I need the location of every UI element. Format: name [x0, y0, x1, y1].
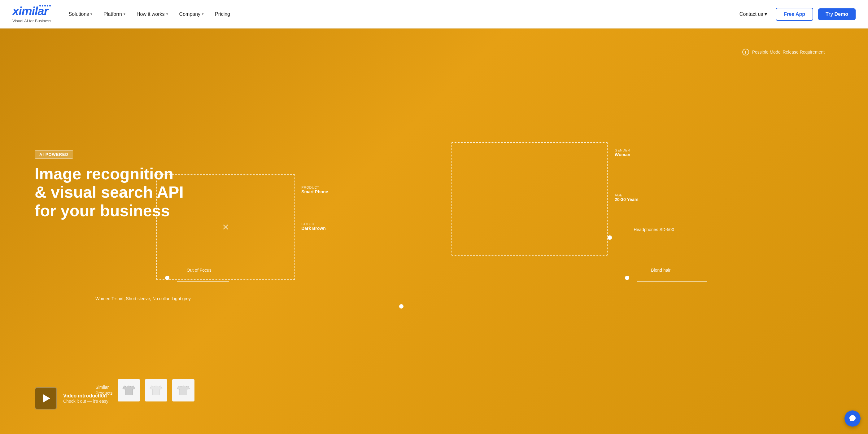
product-thumb-3[interactable] — [172, 379, 194, 401]
product-label: PRODUCT Smart Phone — [301, 186, 328, 194]
chat-bubble-button[interactable] — [844, 410, 861, 427]
headphones-label: Headphones SD-500 — [633, 227, 674, 232]
video-text: Video introduction Check it out — it's e… — [63, 393, 108, 404]
try-demo-button[interactable]: Try Demo — [818, 8, 856, 20]
navbar: ximilar Visual AI for Business Solutions… — [0, 0, 868, 29]
tshirt-label: Women T-shirt, Short sleeve, No collar, … — [95, 296, 191, 301]
nav-platform[interactable]: Platform ▾ — [98, 9, 130, 20]
ai-powered-badge: AI POWERED — [35, 150, 73, 159]
nav-company[interactable]: Company ▾ — [174, 9, 209, 20]
logo-text: ximilar — [12, 5, 52, 18]
age-label: AGE 20-30 Years — [615, 193, 639, 202]
headphones-line — [620, 241, 689, 241]
focus-dot — [165, 276, 169, 280]
tshirt-svg-2 — [148, 382, 164, 398]
chevron-down-icon: ▾ — [765, 11, 767, 17]
hair-line — [637, 281, 706, 282]
video-subtitle: Check it out — it's easy — [63, 399, 108, 404]
tshirt-svg-1 — [121, 382, 136, 398]
logo-tagline: Visual AI for Business — [12, 19, 52, 23]
nav-pricing[interactable]: Pricing — [210, 9, 235, 20]
product-thumb-2[interactable] — [145, 379, 167, 401]
play-button[interactable] — [35, 387, 57, 409]
tshirt-svg-3 — [176, 382, 191, 398]
info-icon: ! — [742, 49, 749, 56]
hero-content: AI POWERED Image recognition & visual se… — [35, 150, 184, 220]
focus-line — [177, 281, 229, 282]
face-annotation-box: GENDER Woman AGE 20-30 Years — [452, 142, 608, 256]
hero-background — [0, 29, 868, 434]
chat-icon — [848, 414, 857, 423]
free-app-button[interactable]: Free App — [776, 8, 813, 21]
chevron-down-icon: ▾ — [202, 12, 204, 16]
logo-link[interactable]: ximilar Visual AI for Business — [12, 5, 52, 23]
chevron-down-icon: ▾ — [166, 12, 168, 16]
color-label: COLOR Dark Brown — [301, 222, 326, 231]
gender-label: GENDER Woman — [615, 148, 630, 157]
chevron-down-icon: ▾ — [124, 12, 125, 16]
focus-label: Out of Focus — [187, 268, 212, 273]
product-thumb-1[interactable] — [118, 379, 140, 401]
hair-label: Blond hair — [651, 268, 671, 273]
nav-solutions[interactable]: Solutions ▾ — [64, 9, 97, 20]
video-title: Video introduction — [63, 393, 108, 399]
nav-right: Contact us ▾ Free App Try Demo — [736, 8, 856, 21]
model-release-notice: ! Possible Model Release Requirement — [742, 49, 825, 56]
x-mark-icon: ✕ — [222, 222, 229, 232]
nav-how-it-works[interactable]: How it works ▾ — [132, 9, 173, 20]
hero-title: Image recognition & visual search API fo… — [35, 165, 184, 220]
hero-section: ! Possible Model Release Requirement AI … — [0, 29, 868, 434]
similar-products-section: Similar Products — [95, 379, 194, 401]
chevron-down-icon: ▾ — [90, 12, 92, 16]
nav-links: Solutions ▾ Platform ▾ How it works ▾ Co… — [64, 9, 736, 20]
video-intro: Video introduction Check it out — it's e… — [35, 387, 108, 409]
headphones-dot — [608, 236, 612, 240]
contact-us-link[interactable]: Contact us ▾ — [736, 9, 771, 20]
play-icon — [43, 394, 50, 403]
